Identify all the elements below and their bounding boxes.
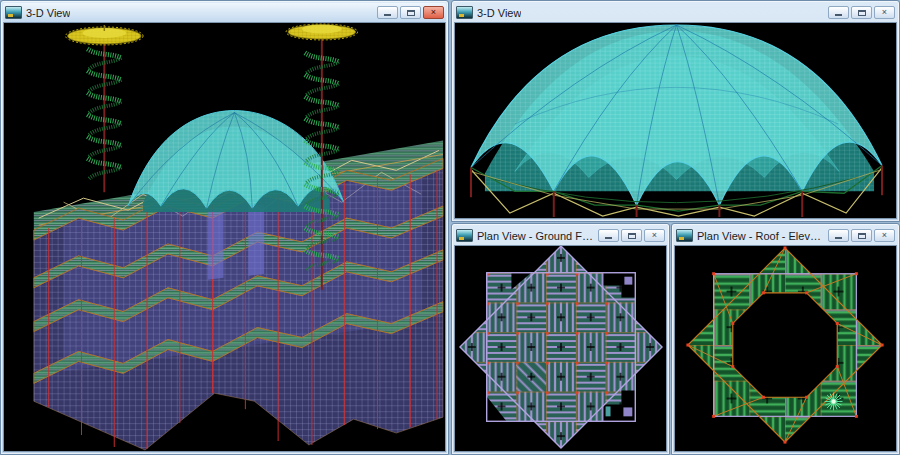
plan-view-icon	[456, 229, 473, 242]
plan-ground-viewport[interactable]	[455, 246, 666, 451]
window-title: 3-D View	[26, 7, 70, 19]
close-icon: ×	[652, 231, 657, 240]
plan-roof-viewport[interactable]	[675, 246, 896, 451]
window-title: Plan View - Roof - Elevation 958.82	[697, 230, 824, 242]
minimize-icon	[605, 237, 612, 239]
plan-ground-content	[454, 245, 667, 452]
window-plan-roof: Plan View - Roof - Elevation 958.82 ×	[671, 223, 900, 455]
3d-view-icon	[5, 6, 22, 19]
titlebar-dome-3d[interactable]: 3-D View ×	[454, 3, 897, 22]
close-icon: ×	[431, 8, 436, 17]
close-button[interactable]: ×	[644, 229, 665, 242]
maximize-button[interactable]	[851, 6, 872, 19]
minimize-icon	[835, 237, 842, 239]
maximize-button[interactable]	[621, 229, 642, 242]
maximize-icon	[628, 233, 636, 239]
window-title: 3-D View	[477, 7, 521, 19]
minimize-button[interactable]	[828, 229, 849, 242]
main-3d-viewport[interactable]	[4, 23, 445, 451]
minimize-button[interactable]	[828, 6, 849, 19]
close-button[interactable]: ×	[874, 6, 895, 19]
maximize-button[interactable]	[400, 6, 421, 19]
dome-3d-viewport[interactable]	[455, 23, 896, 218]
3d-view-icon	[456, 6, 473, 19]
titlebar-plan-ground[interactable]: Plan View - Ground Floor - Elevation 948…	[454, 226, 667, 245]
maximize-button[interactable]	[851, 229, 872, 242]
dome-opening	[733, 293, 837, 397]
close-button[interactable]: ×	[874, 229, 895, 242]
close-icon: ×	[882, 8, 887, 17]
minimize-icon	[835, 14, 842, 16]
minimize-button[interactable]	[377, 6, 398, 19]
mdi-workspace: 3-D View ×	[0, 0, 900, 455]
window-3d-view-main: 3-D View ×	[0, 0, 449, 455]
close-icon: ×	[882, 231, 887, 240]
window-plan-ground: Plan View - Ground Floor - Elevation 948…	[451, 223, 670, 455]
plan-roof-content	[674, 245, 897, 452]
maximize-icon	[407, 10, 415, 16]
window-title: Plan View - Ground Floor - Elevation 948…	[477, 230, 594, 242]
main-3d-content	[3, 22, 446, 452]
minimize-icon	[384, 14, 391, 16]
titlebar-main-3d[interactable]: 3-D View ×	[3, 3, 446, 22]
maximize-icon	[858, 10, 866, 16]
window-3d-view-dome: 3-D View ×	[451, 0, 900, 222]
joint-starburst-marker	[825, 393, 843, 411]
maximize-icon	[858, 233, 866, 239]
dome-3d-content	[454, 22, 897, 219]
minimize-button[interactable]	[598, 229, 619, 242]
plan-view-icon	[676, 229, 693, 242]
close-button[interactable]: ×	[423, 6, 444, 19]
titlebar-plan-roof[interactable]: Plan View - Roof - Elevation 958.82 ×	[674, 226, 897, 245]
